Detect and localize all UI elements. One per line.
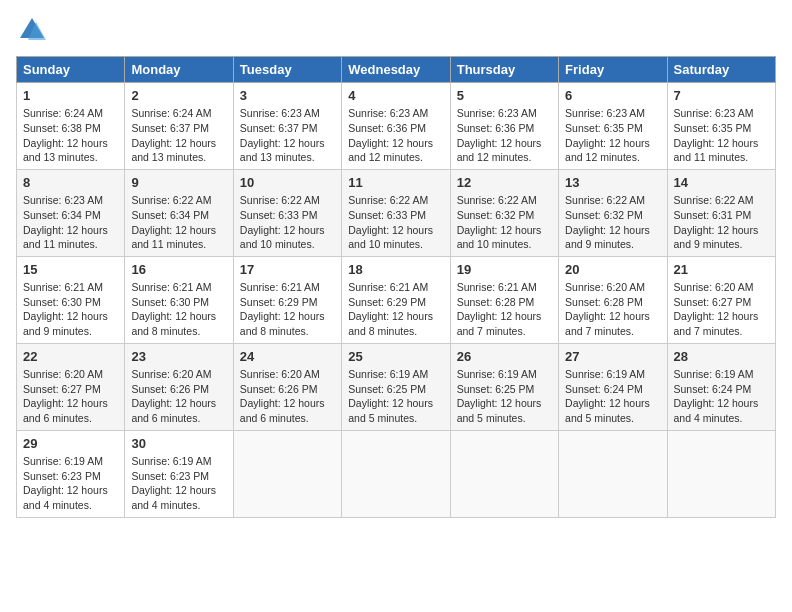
day-info: and 5 minutes. [457,411,552,426]
day-info: Daylight: 12 hours [565,396,660,411]
day-number: 20 [565,261,660,279]
day-info: Daylight: 12 hours [131,223,226,238]
day-info: and 9 minutes. [23,324,118,339]
day-info: Sunrise: 6:20 AM [674,280,769,295]
day-info: and 13 minutes. [131,150,226,165]
day-number: 9 [131,174,226,192]
day-info: Sunset: 6:26 PM [131,382,226,397]
day-info: Daylight: 12 hours [348,223,443,238]
day-info: Sunset: 6:25 PM [348,382,443,397]
day-info: and 7 minutes. [457,324,552,339]
day-number: 19 [457,261,552,279]
day-info: Daylight: 12 hours [131,309,226,324]
day-info: Sunrise: 6:22 AM [131,193,226,208]
day-info: and 4 minutes. [23,498,118,513]
day-info: Sunset: 6:26 PM [240,382,335,397]
day-number: 11 [348,174,443,192]
day-number: 23 [131,348,226,366]
week-row-3: 22Sunrise: 6:20 AMSunset: 6:27 PMDayligh… [17,343,776,430]
calendar-cell: 17Sunrise: 6:21 AMSunset: 6:29 PMDayligh… [233,256,341,343]
day-info: Daylight: 12 hours [348,309,443,324]
day-info: Daylight: 12 hours [674,136,769,151]
calendar-cell: 7Sunrise: 6:23 AMSunset: 6:35 PMDaylight… [667,83,775,170]
day-info: Sunset: 6:34 PM [23,208,118,223]
day-info: and 12 minutes. [457,150,552,165]
day-number: 25 [348,348,443,366]
calendar-cell: 21Sunrise: 6:20 AMSunset: 6:27 PMDayligh… [667,256,775,343]
calendar-cell: 4Sunrise: 6:23 AMSunset: 6:36 PMDaylight… [342,83,450,170]
calendar-cell: 16Sunrise: 6:21 AMSunset: 6:30 PMDayligh… [125,256,233,343]
day-number: 21 [674,261,769,279]
day-number: 17 [240,261,335,279]
day-number: 7 [674,87,769,105]
day-info: and 5 minutes. [565,411,660,426]
day-info: Daylight: 12 hours [674,223,769,238]
day-info: Sunrise: 6:19 AM [674,367,769,382]
day-info: and 7 minutes. [565,324,660,339]
day-header-friday: Friday [559,57,667,83]
day-info: Daylight: 12 hours [348,136,443,151]
day-info: and 11 minutes. [131,237,226,252]
day-info: Daylight: 12 hours [457,223,552,238]
day-info: Sunrise: 6:21 AM [23,280,118,295]
day-info: Sunset: 6:30 PM [131,295,226,310]
day-info: and 4 minutes. [674,411,769,426]
day-info: Sunrise: 6:21 AM [457,280,552,295]
day-info: Daylight: 12 hours [131,396,226,411]
day-info: and 4 minutes. [131,498,226,513]
day-info: Sunrise: 6:22 AM [240,193,335,208]
day-info: Sunset: 6:37 PM [131,121,226,136]
day-info: Sunset: 6:28 PM [457,295,552,310]
day-info: and 11 minutes. [23,237,118,252]
day-number: 15 [23,261,118,279]
calendar-cell: 30Sunrise: 6:19 AMSunset: 6:23 PMDayligh… [125,430,233,517]
calendar-cell: 25Sunrise: 6:19 AMSunset: 6:25 PMDayligh… [342,343,450,430]
day-number: 14 [674,174,769,192]
day-info: and 9 minutes. [565,237,660,252]
day-info: Sunrise: 6:19 AM [348,367,443,382]
day-info: and 10 minutes. [348,237,443,252]
day-info: and 6 minutes. [131,411,226,426]
calendar-cell: 10Sunrise: 6:22 AMSunset: 6:33 PMDayligh… [233,169,341,256]
logo [16,16,46,44]
day-info: and 10 minutes. [457,237,552,252]
day-info: Sunrise: 6:23 AM [23,193,118,208]
week-row-0: 1Sunrise: 6:24 AMSunset: 6:38 PMDaylight… [17,83,776,170]
day-info: Sunrise: 6:22 AM [457,193,552,208]
week-row-1: 8Sunrise: 6:23 AMSunset: 6:34 PMDaylight… [17,169,776,256]
day-info: Daylight: 12 hours [674,396,769,411]
day-info: Daylight: 12 hours [240,309,335,324]
day-info: Sunrise: 6:22 AM [674,193,769,208]
day-info: Daylight: 12 hours [457,309,552,324]
day-info: Sunrise: 6:23 AM [348,106,443,121]
day-info: Daylight: 12 hours [565,136,660,151]
day-info: Sunrise: 6:20 AM [23,367,118,382]
day-info: Sunrise: 6:21 AM [240,280,335,295]
calendar-cell: 2Sunrise: 6:24 AMSunset: 6:37 PMDaylight… [125,83,233,170]
day-info: Daylight: 12 hours [23,396,118,411]
day-info: Sunset: 6:33 PM [240,208,335,223]
day-info: Sunrise: 6:20 AM [565,280,660,295]
day-info: and 6 minutes. [23,411,118,426]
calendar-cell: 5Sunrise: 6:23 AMSunset: 6:36 PMDaylight… [450,83,558,170]
calendar-cell: 9Sunrise: 6:22 AMSunset: 6:34 PMDaylight… [125,169,233,256]
day-header-sunday: Sunday [17,57,125,83]
calendar-cell: 3Sunrise: 6:23 AMSunset: 6:37 PMDaylight… [233,83,341,170]
day-info: and 5 minutes. [348,411,443,426]
day-info: Daylight: 12 hours [674,309,769,324]
header-row [16,16,776,44]
day-info: and 8 minutes. [131,324,226,339]
day-number: 30 [131,435,226,453]
day-info: Sunrise: 6:22 AM [565,193,660,208]
day-info: and 9 minutes. [674,237,769,252]
day-info: Sunset: 6:27 PM [674,295,769,310]
day-info: Sunset: 6:27 PM [23,382,118,397]
day-info: and 6 minutes. [240,411,335,426]
calendar-cell: 15Sunrise: 6:21 AMSunset: 6:30 PMDayligh… [17,256,125,343]
calendar-cell: 18Sunrise: 6:21 AMSunset: 6:29 PMDayligh… [342,256,450,343]
calendar-cell: 14Sunrise: 6:22 AMSunset: 6:31 PMDayligh… [667,169,775,256]
calendar-cell: 20Sunrise: 6:20 AMSunset: 6:28 PMDayligh… [559,256,667,343]
day-number: 4 [348,87,443,105]
day-info: Sunset: 6:23 PM [23,469,118,484]
day-info: Sunset: 6:29 PM [348,295,443,310]
